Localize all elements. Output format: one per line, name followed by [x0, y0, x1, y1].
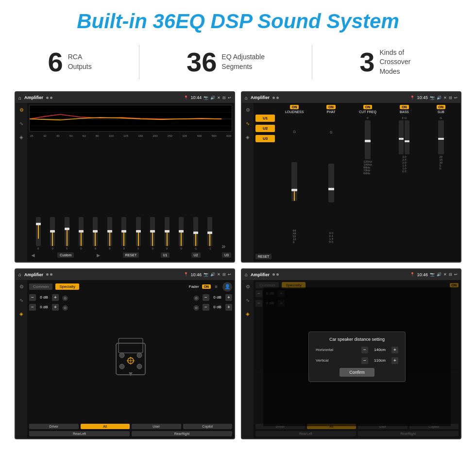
dialog-confirm-button[interactable]: Confirm: [340, 368, 374, 377]
slider-fill-5: [95, 232, 96, 246]
eq-reset-btn[interactable]: RESET: [123, 252, 139, 258]
crossover-volume-icon: 🔊: [437, 96, 442, 100]
zone-rearright[interactable]: RearRight: [132, 431, 232, 436]
fader-plus-2[interactable]: +: [52, 304, 59, 311]
eq-next-arrow[interactable]: ►: [96, 252, 102, 259]
loudness-g-label: G: [293, 130, 295, 133]
bass-thumb-f[interactable]: [399, 138, 404, 140]
home-icon: ⌂: [18, 95, 21, 100]
freq-80: 80: [96, 134, 99, 137]
fader-minus-2[interactable]: −: [29, 304, 36, 311]
crossover-reset-btn[interactable]: RESET: [255, 254, 272, 259]
distance-time: 10:46: [417, 272, 428, 277]
eq-back-icon: ↩: [228, 96, 231, 100]
eq-u1-btn[interactable]: U1: [161, 252, 170, 258]
fader-tab-common[interactable]: Common: [29, 283, 52, 290]
eq-camera-icon: 📷: [204, 96, 208, 100]
fader-plus-1[interactable]: +: [52, 294, 59, 301]
slider-thumb-2[interactable]: [50, 230, 55, 233]
fader-plus-r1[interactable]: +: [225, 294, 232, 301]
slider-track-13: [207, 217, 212, 246]
slider-thumb-10[interactable]: [165, 230, 170, 233]
zone-user[interactable]: User: [132, 424, 181, 429]
dialog-vertical-plus[interactable]: +: [391, 357, 398, 364]
cutfreq-thumb[interactable]: [365, 140, 371, 142]
freq-125: 125: [123, 134, 128, 137]
loudness-on-btn[interactable]: ON: [290, 105, 299, 109]
crossover-channels: ON LOUDNESS G 644832160: [277, 105, 459, 260]
stat-rca-number: 6: [48, 49, 63, 76]
crossover-pin-icon: 📍: [410, 96, 415, 100]
distance-topbar-right: 📍 10:46 📷 🔊 ✕ ⊟ ↩: [410, 272, 458, 277]
dialog-horizontal-minus[interactable]: −: [361, 347, 368, 353]
zone-rearleft[interactable]: RearLeft: [29, 431, 130, 436]
eq-graph: [29, 105, 232, 132]
fader-controls-area: − 0 dB + ◉ − 0 dB + ◉: [29, 294, 232, 422]
eq-custom-btn[interactable]: Custom: [57, 252, 74, 258]
slider-thumb-8[interactable]: [136, 230, 141, 233]
stat-crossover-number: 3: [359, 49, 374, 76]
fader-on-badge[interactable]: ON: [202, 284, 211, 289]
slider-thumb-12[interactable]: [193, 232, 198, 234]
loudness-slider: [291, 162, 297, 201]
fader-sidebar-wave-icon: ∿: [17, 297, 25, 304]
fader-pin-icon: 📍: [184, 272, 188, 277]
channel-sub: ON SUB G 20151050: [424, 105, 459, 260]
phat-on-btn[interactable]: ON: [326, 105, 336, 109]
zone-copilot[interactable]: Copilot: [183, 424, 233, 429]
fdot-1: [46, 273, 49, 276]
slider-thumb-1[interactable]: [36, 223, 41, 225]
eq-u2-btn[interactable]: U2: [191, 252, 201, 258]
eq-slider-12: -1: [193, 217, 198, 250]
fader-camera-icon: 📷: [204, 272, 208, 277]
fader-minus-r1[interactable]: −: [203, 294, 209, 301]
slider-thumb-5[interactable]: [93, 230, 98, 233]
slider-thumb-4[interactable]: [79, 230, 84, 233]
page-container: Built-in 36EQ DSP Sound System 6 RCAOutp…: [0, 0, 476, 449]
fader-topbar-left: ⌂ Amplifier: [18, 272, 52, 277]
distance-close-icon: ✕: [443, 272, 447, 277]
preset-u3[interactable]: U3: [255, 135, 275, 142]
fader-minus-r2[interactable]: −: [203, 304, 209, 311]
fader-zones: Driver All User Copilot: [29, 424, 232, 429]
cutfreq-on-btn[interactable]: ON: [363, 105, 373, 109]
fader-minus-1[interactable]: −: [29, 294, 36, 301]
freq-320: 320: [182, 134, 187, 137]
sub-thumb[interactable]: [438, 138, 444, 140]
slider-thumb-3[interactable]: [65, 228, 69, 230]
phat-content: G 3.02.11.30.5: [328, 115, 334, 260]
eq-pin-icon: 📍: [184, 96, 188, 100]
eq-u3-btn[interactable]: U3: [222, 252, 231, 258]
dialog-horizontal-plus[interactable]: +: [391, 347, 398, 353]
loudness-thumb[interactable]: [291, 189, 297, 191]
phat-thumb[interactable]: [328, 188, 334, 190]
cutfreq-content: F 120Hz100Hz80Hz70Hz60Hz: [363, 115, 372, 260]
preset-u2[interactable]: U2: [255, 125, 275, 132]
dialog-vertical-row: Vertical − 110cm +: [316, 357, 398, 364]
bass-thumb-g[interactable]: [405, 140, 409, 142]
fader-tab-specialty[interactable]: Specialty: [55, 283, 79, 290]
svg-point-8: [137, 364, 142, 369]
crossover-minimize-icon: ⊟: [449, 96, 452, 100]
eq-next-btn[interactable]: »: [221, 242, 225, 250]
dialog-vertical-minus[interactable]: −: [361, 357, 368, 364]
slider-thumb-6[interactable]: [107, 230, 112, 233]
bass-on-btn[interactable]: ON: [400, 105, 409, 109]
fader-db-2: 0 dB: [37, 305, 51, 309]
eq-prev-arrow[interactable]: ◄: [30, 252, 36, 259]
slider-thumb-7[interactable]: [121, 230, 126, 233]
zone-driver[interactable]: Driver: [29, 424, 79, 429]
preset-u1[interactable]: U1: [255, 115, 275, 122]
sub-on-btn[interactable]: ON: [437, 105, 446, 109]
fader-plus-r2[interactable]: +: [225, 304, 232, 311]
eq-slider-3: 5: [65, 217, 69, 250]
cutfreq-f-label: F: [367, 116, 369, 119]
slider-thumb-13[interactable]: [207, 232, 212, 234]
channel-loudness: ON LOUDNESS G 644832160: [277, 105, 312, 260]
eq-sidebar: ⚙ ∿ ◈: [16, 103, 27, 262]
slider-thumb-11[interactable]: [179, 230, 184, 233]
zone-all[interactable]: All: [81, 424, 130, 429]
dialog-horizontal-row: Horizontal − 140cm +: [316, 347, 398, 353]
dot-2: [50, 97, 52, 99]
slider-thumb-9[interactable]: [150, 230, 155, 233]
